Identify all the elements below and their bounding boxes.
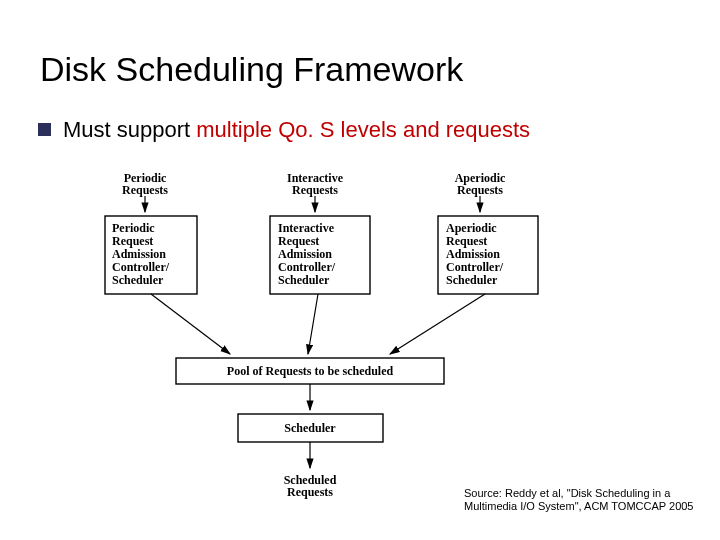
arrow (308, 294, 318, 354)
box-pool: Pool of Requests to be scheduled (176, 358, 444, 384)
arrow (390, 294, 485, 354)
source-citation: Source: Reddy et al, "Disk Scheduling in… (464, 487, 694, 515)
svg-text:Interactive
          Request
: Interactive Request Admission Controller… (278, 221, 338, 287)
svg-text:Aperiodic
          Request
  : Aperiodic Request Admission Controller/ … (446, 221, 506, 287)
framework-diagram: PeriodicRequests InteractiveRequests Ape… (90, 170, 630, 510)
page-title: Disk Scheduling Framework (40, 50, 690, 89)
label-periodic: PeriodicRequests (122, 171, 168, 197)
label-scheduled: ScheduledRequests (284, 473, 337, 499)
square-bullet-icon (38, 123, 51, 136)
bullet-emphasis: multiple Qo. S levels and requests (196, 117, 530, 142)
diagram-svg: PeriodicRequests InteractiveRequests Ape… (90, 170, 630, 510)
bullet-prefix: Must support (63, 117, 196, 142)
svg-text:Pool of Requests to be schedul: Pool of Requests to be scheduled (227, 364, 394, 378)
bullet-item: Must support multiple Qo. S levels and r… (38, 117, 690, 143)
box-scheduler: Scheduler (238, 414, 383, 442)
box-aperiodic-controller: Aperiodic Request Admission Controller/ … (438, 216, 538, 294)
bullet-text: Must support multiple Qo. S levels and r… (63, 117, 530, 143)
box-interactive-controller: Interactive Request Admission Controller… (270, 216, 370, 294)
svg-text:Scheduler: Scheduler (284, 421, 336, 435)
slide: Disk Scheduling Framework Must support m… (0, 0, 720, 540)
arrow (151, 294, 230, 354)
label-interactive: InteractiveRequests (287, 171, 344, 197)
box-periodic-controller: Periodic Request Admission Controller/ S… (105, 216, 197, 294)
label-aperiodic: AperiodicRequests (455, 171, 506, 197)
